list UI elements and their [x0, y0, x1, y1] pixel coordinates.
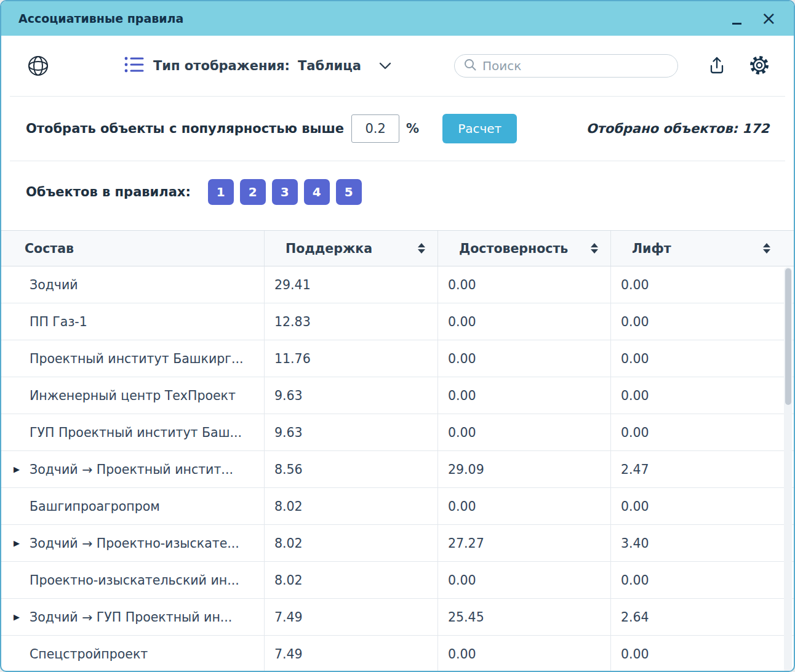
cell-support: 9.63: [265, 377, 438, 414]
table-row[interactable]: ▶ Башгипроагропром 8.02 0.00 0.00: [1, 488, 794, 525]
upload-icon: [708, 55, 726, 77]
rule-count-button-4[interactable]: 4: [304, 179, 330, 205]
scrollbar-thumb[interactable]: [785, 268, 791, 405]
cell-name-text: Зодчий → Проектно-изыскате...: [30, 536, 239, 551]
column-label: Поддержка: [286, 241, 372, 256]
cell-confidence: 0.00: [438, 340, 611, 377]
cell-confidence: 0.00: [438, 377, 611, 414]
cell-confidence: 0.00: [438, 414, 611, 450]
rule-count-button-1[interactable]: 1: [208, 179, 234, 205]
search-icon: [463, 58, 477, 74]
expand-icon[interactable]: ▶: [14, 612, 25, 622]
popularity-filter-label: Отобрать объекты с популярностью выше: [26, 121, 344, 136]
rules-table: Состав Поддержка Достоверность Лифт ▶ Зо…: [1, 230, 794, 672]
chevron-down-icon: [379, 62, 391, 70]
filter-row: Отобрать объекты с популярностью выше % …: [1, 97, 794, 161]
table-row[interactable]: ▶ Проектно-изыскательский ин... 8.02 0.0…: [1, 562, 794, 599]
column-header-lift[interactable]: Лифт: [611, 231, 794, 266]
cell-support: 7.49: [265, 636, 438, 672]
popularity-input[interactable]: [351, 114, 399, 143]
rules-row: Объектов в правилах: 1 2 3 4 5: [1, 161, 794, 223]
minimize-button[interactable]: [732, 10, 743, 26]
window-title: Ассоциативные правила: [18, 12, 183, 25]
table-row[interactable]: ▶ Зодчий → ГУП Проектный ин... 7.49 25.4…: [1, 599, 794, 636]
cell-lift: 0.00: [611, 340, 794, 377]
rule-count-button-3[interactable]: 3: [272, 179, 298, 205]
close-button[interactable]: ×: [761, 9, 777, 28]
export-button[interactable]: [708, 55, 726, 77]
table-header: Состав Поддержка Достоверность Лифт: [1, 231, 794, 266]
cell-support: 9.63: [265, 414, 438, 450]
cell-support: 8.02: [265, 562, 438, 598]
app-window: Ассоциативные правила ×: [0, 0, 795, 672]
cell-confidence: 0.00: [438, 303, 611, 340]
cell-name-text: Проектно-изыскательский ин...: [30, 573, 239, 588]
cell-composition: ▶ Зодчий → ГУП Проектный ин...: [1, 599, 265, 635]
toolbar: Тип отображения: Таблица: [1, 36, 794, 96]
search-input[interactable]: [482, 58, 669, 73]
cell-lift: 2.47: [611, 451, 794, 487]
cell-composition: ▶ Проектно-изыскательский ин...: [1, 562, 265, 598]
column-header-confidence[interactable]: Достоверность: [438, 231, 611, 266]
display-type-dropdown[interactable]: Тип отображения: Таблица: [123, 55, 391, 78]
table-row[interactable]: ▶ ГУП Проектный институт Баш... 9.63 0.0…: [1, 414, 794, 451]
cell-lift: 2.64: [611, 599, 794, 635]
percent-sign: %: [406, 121, 419, 136]
cell-support: 7.49: [265, 599, 438, 635]
cell-composition: ▶ Проектный институт Башкирг...: [1, 340, 265, 377]
table-row[interactable]: ▶ Проектный институт Башкирг... 11.76 0.…: [1, 340, 794, 377]
rule-count-button-2[interactable]: 2: [240, 179, 266, 205]
list-icon: [123, 55, 145, 78]
cell-support: 8.56: [265, 451, 438, 487]
column-label: Лифт: [632, 241, 671, 256]
cell-lift: 0.00: [611, 636, 794, 672]
search-box: [454, 54, 678, 78]
calculate-button[interactable]: Расчет: [442, 114, 517, 143]
gear-icon: [748, 54, 770, 78]
cell-confidence: 0.00: [438, 562, 611, 598]
cell-lift: 0.00: [611, 266, 794, 303]
cell-lift: 0.00: [611, 303, 794, 340]
table-row[interactable]: ▶ Зодчий → Проектный инстит... 8.56 29.0…: [1, 451, 794, 488]
cell-confidence: 0.00: [438, 266, 611, 303]
table-body: ▶ Зодчий 29.41 0.00 0.00 ▶ ПП Газ-1 12.8…: [1, 266, 794, 672]
rules-count-label: Объектов в правилах:: [26, 185, 191, 199]
minimize-icon: [732, 23, 741, 25]
expand-icon[interactable]: ▶: [14, 538, 25, 548]
rule-count-button-5[interactable]: 5: [336, 179, 362, 205]
cell-composition: ▶ Зодчий → Проектный инстит...: [1, 451, 265, 487]
column-header-support[interactable]: Поддержка: [265, 231, 438, 266]
table-row[interactable]: ▶ Зодчий 29.41 0.00 0.00: [1, 266, 794, 303]
sort-icon[interactable]: [763, 243, 770, 254]
cell-support: 12.83: [265, 303, 438, 340]
cell-support: 8.02: [265, 525, 438, 561]
table-row[interactable]: ▶ ПП Газ-1 12.83 0.00 0.00: [1, 303, 794, 340]
cell-lift: 0.00: [611, 414, 794, 450]
table-row[interactable]: ▶ Спецстройпроект 7.49 0.00 0.00: [1, 636, 794, 672]
sort-icon[interactable]: [591, 243, 598, 254]
titlebar: Ассоциативные правила ×: [1, 1, 794, 36]
column-header-composition[interactable]: Состав: [1, 231, 265, 266]
cell-support: 11.76: [265, 340, 438, 377]
cell-lift: 3.40: [611, 525, 794, 561]
column-label: Достоверность: [459, 241, 568, 256]
table-row[interactable]: ▶ Инженерный центр ТехПроект 9.63 0.00 0…: [1, 377, 794, 414]
sort-icon[interactable]: [418, 243, 425, 254]
cell-name-text: Спецстройпроект: [30, 647, 148, 662]
cell-confidence: 25.45: [438, 599, 611, 635]
cell-name-text: Башгипроагропром: [30, 499, 160, 514]
cell-composition: ▶ Спецстройпроект: [1, 636, 265, 672]
cell-composition: ▶ Башгипроагропром: [1, 488, 265, 524]
expand-icon[interactable]: ▶: [14, 465, 25, 474]
cell-name-text: Инженерный центр ТехПроект: [30, 388, 236, 403]
scrollbar[interactable]: [784, 267, 792, 672]
cell-confidence: 0.00: [438, 636, 611, 672]
cell-lift: 0.00: [611, 377, 794, 414]
table-row[interactable]: ▶ Зодчий → Проектно-изыскате... 8.02 27.…: [1, 525, 794, 562]
settings-button[interactable]: [748, 54, 770, 78]
cell-name-text: Зодчий → Проектный инстит...: [30, 462, 233, 477]
globe-icon: [26, 54, 50, 78]
cell-name-text: Проектный институт Башкирг...: [30, 351, 244, 366]
display-type-label: Тип отображения:: [153, 58, 290, 73]
cell-support: 8.02: [265, 488, 438, 524]
